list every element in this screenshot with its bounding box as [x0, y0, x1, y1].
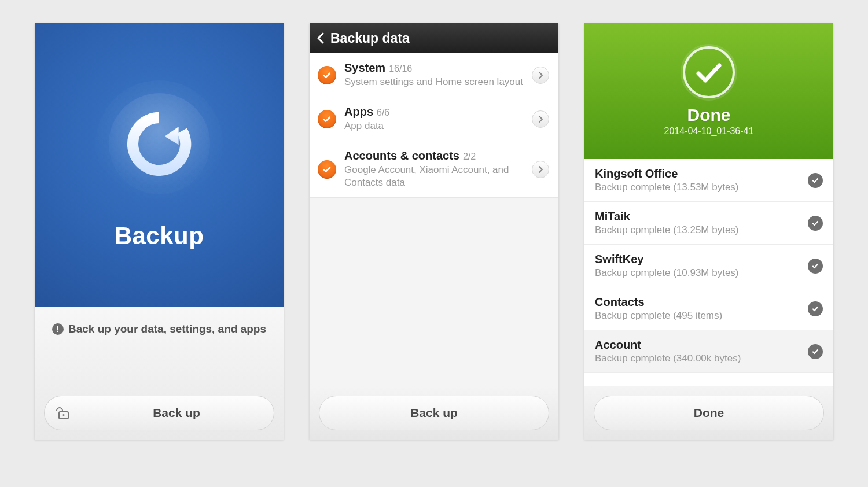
item-name: Account: [595, 338, 808, 352]
backup-swirl-icon: [124, 109, 194, 179]
backup-logo: [95, 80, 223, 208]
item-desc: Backup cpmplete (10.93M bytes): [595, 267, 808, 279]
item-desc: Backup complete (13.53M bytes): [595, 182, 808, 193]
backup-button-label: Back up: [410, 406, 458, 420]
category-list: System16/16 System settings and Home scr…: [310, 53, 558, 198]
screen-backup-done: Done 2014-04-10_01-36-41 Kingsoft Office…: [584, 23, 833, 440]
item-count: 2/2: [463, 152, 476, 161]
list-item-text: Apps6/6 App data: [344, 105, 524, 132]
success-icon: [808, 259, 823, 274]
success-icon: [808, 173, 823, 188]
item-desc: Google Account, Xiaomi Account, and Cont…: [344, 164, 524, 189]
bottom-bar: Done: [584, 386, 833, 440]
list-item: Kingsoft Office Backup complete (13.53M …: [584, 159, 833, 202]
item-count: 16/16: [389, 64, 412, 73]
success-icon: [808, 216, 823, 231]
chevron-right-icon: [538, 165, 543, 174]
header-title: Backup data: [330, 31, 410, 46]
item-desc: Backup cpmplete (340.00k bytes): [595, 353, 808, 364]
list-item-text: System16/16 System settings and Home scr…: [344, 61, 524, 88]
bottom-bar: Back up: [35, 386, 284, 440]
disclosure-button[interactable]: [532, 110, 549, 128]
item-name: Accounts & contacts: [344, 149, 459, 162]
lock-button[interactable]: [44, 396, 79, 430]
list-item: MiTaik Backup cpmplete (13.25M bytes): [584, 202, 833, 245]
list-item: Account Backup cpmplete (340.00k bytes): [584, 330, 833, 373]
chevron-left-icon: [317, 32, 325, 44]
item-name: Apps: [344, 105, 373, 118]
list-item: Contacts Backup cpmplete (495 items): [584, 287, 833, 330]
item-desc: System settings and Home screen layout: [344, 76, 524, 88]
info-message: Back up your data, settings, and apps: [68, 323, 266, 335]
hero-panel: Backup: [35, 23, 284, 307]
item-desc: App data: [344, 120, 524, 132]
unlock-icon: [54, 407, 69, 419]
done-timestamp: 2014-04-10_01-36-41: [664, 126, 754, 136]
disclosure-button[interactable]: [532, 161, 549, 178]
backup-button[interactable]: Back up: [319, 396, 549, 430]
item-count: 6/6: [377, 108, 389, 117]
backup-button-label: Back up: [153, 406, 200, 420]
checked-icon[interactable]: [318, 110, 336, 128]
svg-point-1: [62, 414, 64, 416]
item-desc: Backup cpmplete (13.25M bytes): [595, 224, 808, 236]
disclosure-button[interactable]: [532, 67, 549, 84]
list-item: SwiftKey Backup cpmplete (10.93M bytes): [584, 245, 833, 287]
item-name: Kingsoft Office: [595, 167, 808, 180]
item-name: System: [344, 61, 385, 74]
item-desc: Backup cpmplete (495 items): [595, 310, 808, 322]
item-name: MiTaik: [595, 210, 808, 223]
back-button[interactable]: [317, 32, 325, 44]
screen-backup-intro: Backup ! Back up your data, settings, an…: [35, 23, 284, 440]
success-icon: [808, 344, 823, 359]
done-title: Done: [687, 105, 731, 125]
list-item-text: Accounts & contacts2/2 Google Account, X…: [344, 149, 524, 189]
result-list: Kingsoft Office Backup complete (13.53M …: [584, 159, 833, 386]
header-bar: Backup data: [310, 23, 558, 53]
done-hero: Done 2014-04-10_01-36-41: [584, 23, 833, 159]
info-icon: !: [52, 323, 64, 335]
item-name: SwiftKey: [595, 253, 808, 266]
info-message-row: ! Back up your data, settings, and apps: [35, 307, 284, 335]
list-item[interactable]: System16/16 System settings and Home scr…: [310, 53, 558, 97]
hero-title: Backup: [115, 222, 204, 250]
chevron-right-icon: [538, 71, 543, 79]
backup-button[interactable]: Back up: [79, 396, 274, 430]
list-item[interactable]: Apps6/6 App data: [310, 97, 558, 141]
success-icon: [808, 301, 823, 316]
checked-icon[interactable]: [318, 66, 336, 84]
chevron-right-icon: [538, 115, 543, 123]
bottom-bar: Back up: [310, 386, 558, 440]
checked-icon[interactable]: [318, 160, 336, 179]
item-name: Contacts: [595, 296, 808, 309]
done-button[interactable]: Done: [594, 396, 824, 430]
info-panel: ! Back up your data, settings, and apps …: [35, 307, 284, 440]
list-item[interactable]: Accounts & contacts2/2 Google Account, X…: [310, 141, 558, 198]
done-button-label: Done: [694, 406, 724, 420]
done-check-icon: [683, 46, 735, 98]
screen-backup-data: Backup data System16/16 System settings …: [310, 23, 558, 440]
